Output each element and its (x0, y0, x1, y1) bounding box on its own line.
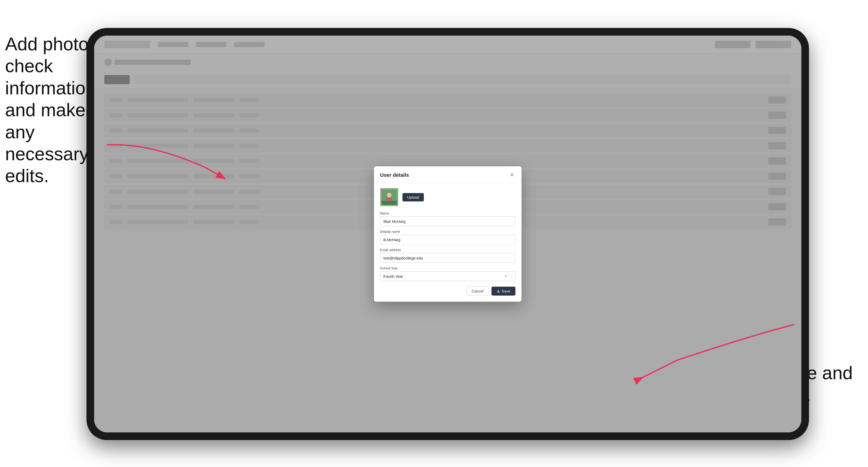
save-label: Save (502, 289, 510, 293)
modal-footer: Cancel Save (380, 285, 516, 295)
close-button[interactable]: ✕ (508, 172, 516, 179)
select-clear-icon[interactable]: ✕ (504, 274, 507, 278)
school-year-select[interactable]: First Year Second Year Third Year Fourth… (380, 271, 516, 281)
display-name-input[interactable] (380, 235, 516, 244)
name-field: Name (380, 211, 516, 226)
save-button[interactable]: Save (492, 287, 516, 295)
user-photo-thumbnail (380, 188, 398, 206)
name-label: Name (380, 211, 516, 215)
tablet-device: User details ✕ (87, 28, 809, 440)
annotation-left-text: Add photo, check information and make an… (5, 34, 96, 186)
school-year-label: School Year (380, 266, 516, 270)
user-photo-svg (381, 189, 397, 205)
name-input[interactable] (380, 216, 516, 226)
modal-overlay: User details ✕ (94, 36, 801, 432)
svg-rect-3 (381, 201, 397, 205)
email-label: Email address (380, 248, 516, 252)
save-icon (497, 289, 500, 293)
modal-header: User details ✕ (374, 166, 522, 183)
email-field: Email address (380, 248, 516, 263)
upload-button[interactable]: Upload (402, 193, 424, 201)
modal-title: User details (380, 172, 409, 178)
modal-body: Upload Name Display name Email addre (374, 183, 522, 302)
display-name-field: Display name (380, 230, 516, 244)
school-year-wrapper: First Year Second Year Third Year Fourth… (380, 271, 516, 281)
email-input[interactable] (380, 253, 516, 263)
display-name-label: Display name (380, 230, 516, 234)
user-details-modal: User details ✕ (374, 166, 522, 302)
tablet-screen: User details ✕ (94, 36, 801, 432)
svg-point-1 (387, 193, 392, 197)
photo-section: Upload (380, 188, 516, 206)
school-year-field: School Year First Year Second Year Third… (380, 266, 516, 281)
cancel-button[interactable]: Cancel (466, 287, 489, 295)
